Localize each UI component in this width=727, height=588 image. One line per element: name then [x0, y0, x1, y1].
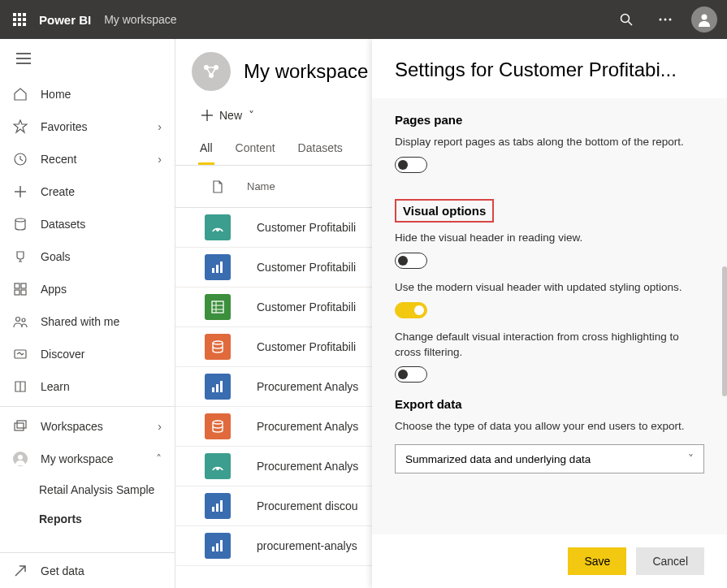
sidebar-item-favorites[interactable]: Favorites ›	[0, 110, 175, 143]
svg-point-9	[621, 15, 630, 23]
item-name: Customer Profitabili	[237, 261, 356, 274]
item-name: procurement-analys	[237, 539, 357, 552]
svg-rect-0	[13, 13, 16, 16]
svg-rect-2	[23, 13, 26, 16]
data-icon	[13, 217, 28, 231]
section-visual-options: Visual options	[395, 199, 494, 223]
sidebar-item-label: Apps	[41, 283, 162, 296]
context-label: My workspace	[104, 13, 176, 26]
svg-rect-52	[220, 381, 223, 392]
svg-rect-5	[23, 18, 26, 21]
more-icon[interactable]	[652, 6, 678, 32]
svg-rect-57	[220, 500, 223, 512]
svg-point-11	[660, 19, 662, 21]
item-name: Procurement Analys	[237, 460, 358, 473]
person-icon	[13, 452, 28, 466]
svg-rect-4	[18, 18, 21, 21]
svg-line-37	[206, 67, 211, 76]
svg-point-26	[16, 318, 20, 322]
divider	[0, 406, 175, 407]
sidebar: Home Favorites › Recent › Create Dataset…	[0, 39, 175, 588]
settings-title: Settings for Customer Profitabi...	[372, 39, 727, 98]
sidebar-item-datasets[interactable]: Datasets	[0, 208, 175, 240]
toggle-hide-header[interactable]	[395, 253, 427, 269]
svg-rect-24	[15, 290, 19, 295]
app-launcher-icon[interactable]	[10, 10, 29, 29]
svg-rect-8	[23, 23, 26, 26]
search-icon[interactable]	[613, 6, 639, 32]
item-type-icon	[205, 334, 231, 360]
avatar[interactable]	[691, 6, 717, 32]
chevron-down-icon: ˅	[249, 109, 254, 122]
item-type-icon	[205, 214, 231, 240]
settings-panel: Settings for Customer Profitabi... Pages…	[372, 39, 727, 588]
toggle-pages-pane[interactable]	[395, 157, 427, 173]
svg-point-27	[22, 318, 25, 322]
setting-desc: Display report pages as tabs along the b…	[395, 135, 704, 150]
hamburger-icon[interactable]	[0, 39, 175, 78]
tab-datasets[interactable]: Datasets	[296, 133, 344, 165]
chevron-right-icon: ›	[158, 420, 162, 433]
save-button[interactable]: Save	[568, 547, 626, 575]
item-type-icon	[205, 533, 231, 559]
toggle-modern-header[interactable]	[395, 302, 427, 318]
chevron-up-icon: ˄	[156, 452, 162, 465]
sidebar-item-label: Create	[41, 185, 162, 198]
svg-point-41	[216, 228, 219, 231]
svg-rect-3	[13, 18, 16, 21]
home-icon	[13, 87, 28, 102]
svg-point-13	[669, 19, 672, 21]
sidebar-item-create[interactable]: Create	[0, 175, 175, 208]
toggle-cross-filter[interactable]	[395, 366, 427, 383]
svg-rect-42	[212, 268, 214, 273]
cancel-button[interactable]: Cancel	[636, 547, 704, 575]
svg-point-32	[18, 455, 23, 460]
item-type-icon	[205, 294, 231, 320]
arrow-icon	[13, 564, 28, 578]
sidebar-item-workspaces[interactable]: Workspaces ›	[0, 410, 175, 443]
svg-rect-58	[212, 547, 214, 551]
item-type-icon	[205, 453, 231, 479]
tab-all[interactable]: All	[198, 133, 214, 165]
item-name: Procurement Analys	[237, 420, 358, 433]
svg-rect-44	[220, 262, 223, 273]
setting-desc: Change default visual interaction from c…	[395, 330, 704, 361]
trophy-icon	[13, 249, 28, 264]
svg-rect-56	[216, 504, 219, 512]
item-name: Customer Profitabili	[237, 340, 356, 353]
sidebar-item-goals[interactable]: Goals	[0, 240, 175, 273]
svg-rect-45	[212, 301, 223, 313]
sidebar-item-apps[interactable]: Apps	[0, 273, 175, 305]
section-pages-pane: Pages pane	[395, 113, 704, 127]
sidebar-item-my-workspace[interactable]: My workspace ˄	[0, 443, 175, 475]
svg-point-54	[216, 467, 219, 470]
sidebar-item-shared[interactable]: Shared with me	[0, 305, 175, 338]
svg-rect-28	[15, 350, 26, 358]
sidebar-item-home[interactable]: Home	[0, 78, 175, 110]
setting-desc: Use the modern visual header with update…	[395, 280, 704, 296]
top-bar: Power BI My workspace	[0, 0, 727, 39]
export-select[interactable]: Summarized data and underlying data	[395, 444, 704, 473]
tab-content[interactable]: Content	[234, 133, 277, 165]
sidebar-item-recent[interactable]: Recent ›	[0, 143, 175, 175]
sidebar-item-learn[interactable]: Learn	[0, 370, 175, 403]
get-data-button[interactable]: Get data	[0, 552, 175, 588]
svg-rect-1	[18, 13, 21, 16]
svg-rect-6	[13, 23, 16, 26]
content-area: My workspace New ˅ All Content Datasets …	[175, 39, 727, 588]
sidebar-sub-retail[interactable]: Retail Analysis Sample	[0, 475, 175, 504]
sidebar-item-discover[interactable]: Discover	[0, 338, 175, 370]
sidebar-item-label: Discover	[41, 348, 162, 361]
item-type-icon	[205, 493, 231, 519]
people-icon	[13, 314, 28, 329]
svg-line-38	[211, 67, 216, 76]
scrollbar[interactable]	[722, 266, 727, 396]
svg-point-14	[702, 15, 708, 20]
item-name: Procurement discou	[237, 499, 358, 512]
sidebar-sub-reports[interactable]: Reports	[0, 504, 175, 534]
svg-rect-29	[15, 423, 24, 430]
apps-icon	[13, 282, 28, 296]
clock-icon	[13, 152, 28, 166]
svg-rect-30	[17, 421, 26, 428]
svg-line-10	[629, 22, 633, 26]
